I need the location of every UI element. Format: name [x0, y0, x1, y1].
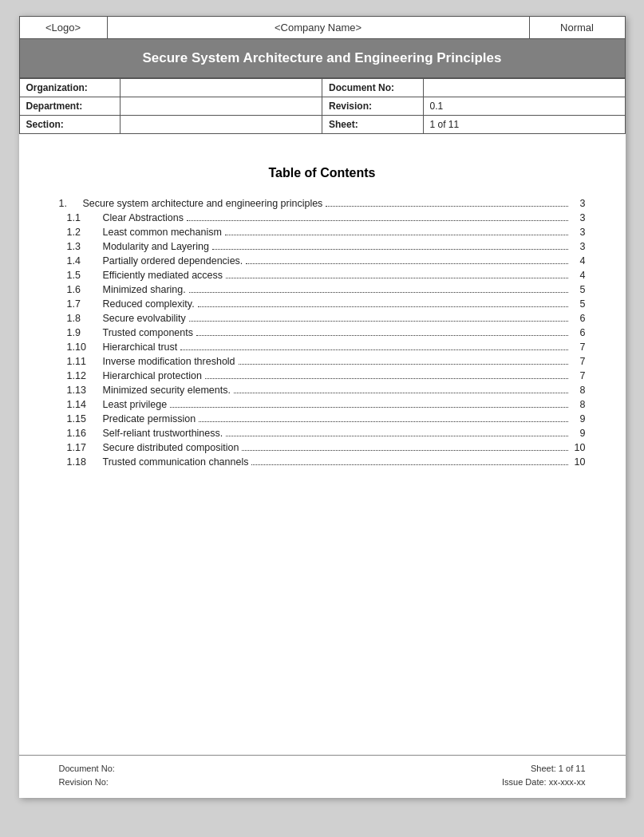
toc-item-page: 3 — [571, 227, 586, 238]
toc-item-dots — [180, 349, 567, 350]
footer-left: Document No:Revision No: — [59, 762, 115, 788]
toc-item-label: Partially ordered dependencies. — [103, 255, 243, 266]
info-table: Organization: Document No: Department: R… — [19, 78, 626, 134]
toc-item-label: Clear Abstractions — [103, 212, 184, 223]
toc-item-page: 6 — [571, 327, 586, 338]
toc-item-page: 3 — [571, 198, 586, 209]
toc-item: 1.3Modularity and Layering3 — [59, 241, 586, 252]
toc-item: 1.8Secure evolvability6 — [59, 313, 586, 324]
toc-item-num: 1. — [59, 198, 83, 209]
toc-item-label: Secure system architecture and engineeri… — [83, 198, 323, 209]
toc-item-dots — [199, 421, 567, 422]
docno-label: Document No: — [322, 79, 424, 97]
footer-issue-label: Issue Date: xx-xxx-xx — [502, 777, 586, 787]
toc-container: 1.Secure system architecture and enginee… — [59, 198, 586, 468]
toc-item-dots — [205, 378, 568, 379]
footer-sheet-label: Sheet: 1 of 11 — [531, 764, 586, 773]
toc-item-label: Least privilege — [103, 399, 168, 410]
toc-item-num: 1.9 — [59, 327, 103, 338]
toc-item: 1.1Clear Abstractions3 — [59, 212, 586, 223]
dept-value — [121, 97, 322, 116]
toc-item: 1.18Trusted communication channels10 — [59, 456, 586, 468]
sheet-value: 1 of 11 — [423, 116, 625, 134]
toc-item-num: 1.10 — [59, 342, 103, 353]
toc-item: 1.13Minimized security elements.8 — [59, 385, 586, 396]
toc-title: Table of Contents — [59, 166, 586, 180]
toc-item-page: 4 — [571, 270, 586, 281]
toc-item-label: Minimized sharing. — [103, 284, 186, 295]
toc-item: 1.16Self-reliant trustworthiness.9 — [59, 428, 586, 439]
revision-value: 0.1 — [423, 97, 625, 116]
toc-item-page: 3 — [571, 212, 586, 223]
toc-item-page: 10 — [571, 456, 586, 468]
footer: Document No:Revision No: Sheet: 1 of 11I… — [19, 755, 626, 798]
dept-label: Department: — [19, 97, 121, 116]
toc-item-num: 1.13 — [59, 385, 103, 396]
toc-item-label: Secure distributed composition — [103, 442, 239, 453]
toc-item: 1.2Least common mechanism3 — [59, 227, 586, 238]
toc-item-label: Trusted components — [103, 327, 193, 338]
toc-item-num: 1.15 — [59, 413, 103, 424]
toc-item-num: 1.16 — [59, 428, 103, 439]
toc-item-page: 4 — [571, 255, 586, 266]
toc-item-page: 5 — [571, 298, 586, 310]
toc-item: 1.11Inverse modification threshold7 — [59, 356, 586, 367]
toc-item: 1.7Reduced complexity.5 — [59, 298, 586, 310]
toc-item-page: 6 — [571, 313, 586, 324]
toc-item-page: 9 — [571, 428, 586, 439]
toc-item-label: Inverse modification threshold — [103, 356, 235, 367]
toc-item-label: Self-reliant trustworthiness. — [103, 428, 223, 439]
toc-item-label: Secure evolvability — [103, 313, 186, 324]
footer-revision-label: Revision No: — [59, 777, 109, 787]
toc-item-dots — [198, 306, 568, 307]
toc-item-num: 1.18 — [59, 456, 103, 468]
company-cell: <Company Name> — [107, 17, 529, 39]
toc-item-page: 5 — [571, 284, 586, 295]
toc-item-label: Least common mechanism — [103, 227, 222, 238]
toc-item-label: Predicate permission — [103, 413, 196, 424]
toc-item-dots — [226, 436, 567, 436]
toc-item-dots — [187, 220, 568, 221]
toc-item-label: Trusted communication channels — [103, 456, 249, 468]
sheet-label: Sheet: — [322, 116, 424, 134]
header-table: <Logo> <Company Name> Normal — [19, 16, 626, 39]
logo-cell: <Logo> — [19, 17, 107, 39]
footer-right: Sheet: 1 of 11Issue Date: xx-xxx-xx — [502, 762, 586, 788]
org-value — [121, 79, 322, 97]
toc-item-num: 1.17 — [59, 442, 103, 453]
toc-item-page: 9 — [571, 413, 586, 424]
toc-item-num: 1.7 — [59, 298, 103, 310]
toc-item: 1.Secure system architecture and enginee… — [59, 198, 586, 209]
toc-item: 1.9Trusted components6 — [59, 327, 586, 338]
toc-item-dots — [226, 278, 567, 278]
toc-item-num: 1.1 — [59, 212, 103, 223]
section-value — [121, 116, 322, 134]
org-label: Organization: — [19, 79, 121, 97]
toc-item-label: Efficiently mediated access — [103, 270, 223, 281]
toc-item-dots — [239, 364, 568, 365]
toc-item-num: 1.11 — [59, 356, 103, 367]
toc-item-dots — [196, 335, 568, 336]
toc-item-num: 1.5 — [59, 270, 103, 281]
toc-item-dots — [242, 450, 567, 451]
toc-item-dots — [189, 292, 568, 293]
toc-item-label: Hierarchical trust — [103, 342, 178, 353]
toc-item-num: 1.8 — [59, 313, 103, 324]
toc-item-dots — [246, 263, 567, 264]
toc-item-label: Modularity and Layering — [103, 241, 209, 252]
toc-item: 1.5Efficiently mediated access4 — [59, 270, 586, 281]
toc-item: 1.6Minimized sharing.5 — [59, 284, 586, 295]
toc-item-dots — [225, 235, 568, 235]
toc-item-dots — [212, 249, 568, 250]
toc-item-num: 1.2 — [59, 227, 103, 238]
toc-item-dots — [189, 321, 568, 322]
toc-item-page: 8 — [571, 385, 586, 396]
toc-item-num: 1.3 — [59, 241, 103, 252]
toc-item: 1.12Hierarchical protection7 — [59, 370, 586, 381]
toc-item: 1.14Least privilege8 — [59, 399, 586, 410]
main-content: Table of Contents 1.Secure system archit… — [19, 134, 626, 755]
toc-item: 1.4Partially ordered dependencies.4 — [59, 255, 586, 266]
toc-item-page: 7 — [571, 342, 586, 353]
toc-item-page: 3 — [571, 241, 586, 252]
docno-value — [423, 79, 625, 97]
